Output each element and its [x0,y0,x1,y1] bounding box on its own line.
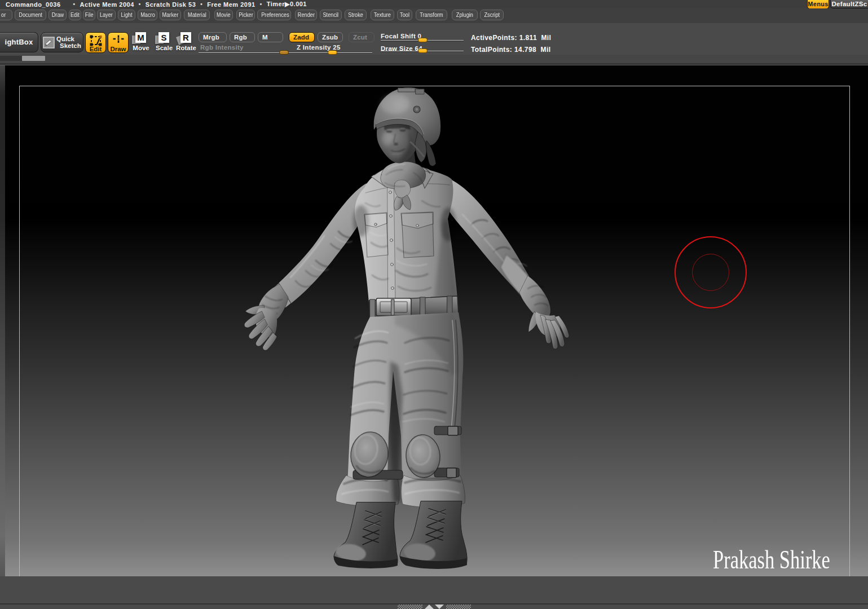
menu-file[interactable]: File [83,10,95,20]
menu-marker[interactable]: Marker [160,10,181,20]
zcut-button[interactable]: Zcut [349,32,374,42]
collapse-down-icon [435,604,444,609]
scale-button[interactable]: S Scale [153,32,175,55]
figure-left-arm [244,183,367,350]
z-intensity-handle[interactable] [328,50,337,55]
edit-gizmo-icon [89,34,103,47]
grip-dots-left [398,604,422,609]
menu-item-label: Light [121,10,133,20]
menu-edit[interactable]: Edit [69,10,81,20]
menu-render[interactable]: Render [295,10,317,20]
document-title: Commando_0036 [6,1,61,8]
brush-icon [43,37,55,48]
mrgb-button[interactable]: Mrgb [199,32,227,42]
menu-item-label: Layer [100,10,113,20]
menu-item-label: Stroke [348,10,363,20]
stat-value: 53 [188,1,196,8]
memory-stats: •Active Mem 2004•Scratch Disk 53•Free Me… [69,1,307,8]
focal-shift-handle[interactable] [418,38,428,42]
bullet-icon: • [260,1,262,7]
menu-macro[interactable]: Macro [138,10,157,20]
points-unit: Mil [541,46,551,54]
bullet-icon: • [139,1,141,7]
menu-light[interactable]: Light [118,10,135,20]
stat-value: 2091 [240,1,255,8]
menus-button[interactable]: Menus [807,0,829,9]
zbrush-window: Commando_0036 •Active Mem 2004•Scratch D… [0,0,868,609]
menu-zplugin[interactable]: Zplugin [452,10,478,20]
points-unit: Mil [541,34,551,42]
stat-label: Active Mem [80,1,117,8]
zsub-button[interactable]: Zsub [318,32,343,42]
title-bar: Commando_0036 •Active Mem 2004•Scratch D… [0,0,868,8]
menu-item-label: Movie [217,10,231,20]
menu-transform[interactable]: Transform [416,10,447,20]
menu-layer[interactable]: Layer [97,10,116,20]
document-canvas[interactable]: Prakash Shirke [0,65,868,576]
points-label: ActivePoints: [471,34,517,42]
rgb-intensity-slider[interactable] [199,52,289,53]
menu-item-label: Zplugin [456,10,473,20]
rotate-button[interactable]: R Rotate [175,32,197,55]
timer-label: Timer [267,1,285,7]
shelf-scrollbar [0,55,868,63]
move-button[interactable]: M Move [130,32,152,55]
menu-item-label: Draw [51,10,63,20]
stat-label: Free Mem [207,1,238,8]
menu-movie[interactable]: Movie [214,10,233,20]
menu-tool[interactable]: Tool [397,10,412,20]
scale-icon: S [158,32,170,45]
menu-material[interactable]: Material [184,10,210,20]
default-zscript-button[interactable]: DefaultZSc [830,0,868,8]
menu-color[interactable]: or [0,10,12,20]
scrollbar-groove [0,56,22,61]
bottom-tray-handle[interactable] [398,604,471,609]
top-shelf-toolbar: ightBox Quick Sketch Edit [0,23,868,55]
menu-item-label: Macro [140,10,155,20]
menu-item-label: Stencil [323,10,339,20]
scrollbar-thumb[interactable] [22,56,45,61]
rgb-intensity-label: Rgb Intensity [200,44,244,51]
menu-texture[interactable]: Texture [371,10,394,20]
menu-preferences[interactable]: Preferences [257,10,291,20]
draw-button[interactable]: Draw [108,32,129,53]
menu-item-label: Picker [239,10,253,20]
stat-active-mem: Active Mem 2004 [80,1,134,8]
move-icon: M [135,32,147,45]
lightbox-button[interactable]: ightBox [0,32,38,52]
edit-button[interactable]: Edit [85,32,106,53]
menu-document[interactable]: Document [15,10,46,20]
quick-sketch-line1: Quick [56,36,81,42]
menu-item-label: Render [298,10,315,20]
icon-letter: M [135,32,146,43]
icon-letter: R [180,32,191,43]
menu-item-label: Marker [162,10,179,20]
menu-zscript[interactable]: Zscript [480,10,504,20]
zadd-button[interactable]: Zadd [289,32,315,42]
menu-stroke[interactable]: Stroke [345,10,367,20]
menu-item-label: File [85,10,94,20]
menu-picker[interactable]: Picker [236,10,255,20]
menu-item-label: Document [19,10,42,20]
menu-item-label: Transform [420,10,443,20]
quick-sketch-button[interactable]: Quick Sketch [41,32,83,52]
m-button[interactable]: M [258,32,283,42]
points-label: TotalPoints: [471,46,512,54]
active-points-readout: ActivePoints: 1.811 Mil [471,34,551,42]
focal-shift-label: Focal Shift 0 [381,33,421,39]
edit-button-label: Edit [86,46,105,52]
icon-letter: S [158,32,169,43]
rgb-intensity-handle[interactable] [279,50,289,55]
rotate-label: Rotate [175,45,197,51]
bullet-icon: • [73,1,76,7]
rgb-button[interactable]: Rgb [230,32,255,42]
menu-item-label: Material [188,10,206,20]
draw-size-handle[interactable] [418,48,428,53]
scale-label: Scale [153,45,175,51]
menu-stencil[interactable]: Stencil [320,10,342,20]
commando-3d-model[interactable] [237,85,587,581]
stat-scratch-disk: Scratch Disk 53 [146,1,196,8]
menu-item-label: or [1,10,6,20]
menu-draw[interactable]: Draw [49,10,67,20]
slider-name: Z Intensity [297,44,331,51]
